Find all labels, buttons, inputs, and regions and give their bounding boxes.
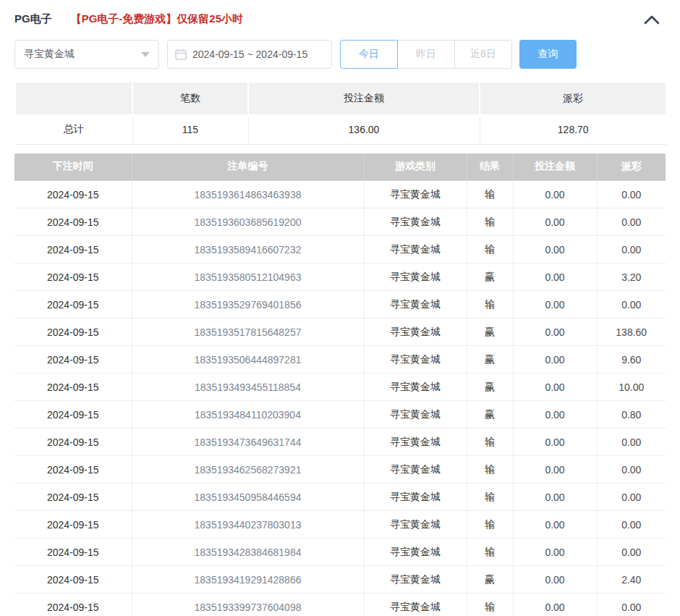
record-payout-cell: 2.40 [597, 566, 666, 594]
record-order-no-cell: 1835193614863463938 [132, 181, 364, 208]
record-payout-cell: 0.00 [597, 236, 666, 263]
record-bet-cell: 0.00 [513, 291, 597, 318]
record-bet-cell: 0.00 [513, 346, 597, 374]
panel-title: PG电子 [14, 12, 52, 26]
record-order-no-cell: 1835193589416607232 [132, 236, 364, 263]
summary-header-cell: 笔数 [132, 82, 248, 115]
record-bet-cell: 0.00 [513, 566, 597, 594]
record-date-cell: 2024-09-15 [14, 208, 132, 236]
table-row: 2024-09-151835193506444897281寻宝黄金城赢0.009… [14, 346, 666, 374]
table-row: 2024-09-151835193493455118854寻宝黄金城赢0.001… [14, 374, 666, 401]
table-row: 2024-09-151835193440237803013寻宝黄金城输0.000… [14, 511, 666, 539]
record-payout-cell: 10.00 [597, 374, 666, 401]
record-payout-cell: 0.00 [597, 291, 666, 318]
record-payout-cell: 0.00 [597, 429, 666, 456]
record-bet-cell: 0.00 [513, 401, 597, 429]
record-order-no-cell: 1835193462568273921 [132, 456, 364, 484]
record-result-cell: 输 [467, 594, 513, 616]
pg-records-panel: PG电子 【PG电子-免费游戏】仅保留25小时 寻宝黄金城 2024-09-15… [0, 0, 680, 616]
record-game-cell: 寻宝黄金城 [364, 346, 467, 374]
record-result-cell: 赢 [467, 401, 513, 429]
table-row: 2024-09-151835193473649631744寻宝黄金城输0.000… [14, 429, 666, 456]
record-date-cell: 2024-09-15 [14, 566, 132, 594]
records-header-row: 下注时间注单编号游戏类别结果投注金额派彩 [14, 153, 666, 181]
record-payout-cell: 0.00 [597, 456, 666, 484]
record-result-cell: 输 [467, 539, 513, 566]
record-result-cell: 输 [467, 236, 513, 263]
quick-range-button[interactable]: 近8日 [454, 40, 512, 69]
table-row: 2024-09-151835193462568273921寻宝黄金城输0.000… [14, 456, 666, 484]
record-payout-cell: 9.60 [597, 346, 666, 374]
summary-total-cell: 136.00 [248, 115, 480, 144]
record-game-cell: 寻宝黄金城 [364, 208, 467, 236]
record-order-no-cell: 1835193580512104963 [132, 263, 364, 291]
record-order-no-cell: 1835193506444897281 [132, 346, 364, 374]
record-payout-cell: 0.80 [597, 401, 666, 429]
record-bet-cell: 0.00 [513, 429, 597, 456]
table-row: 2024-09-151835193589416607232寻宝黄金城输0.000… [14, 236, 666, 263]
record-game-cell: 寻宝黄金城 [364, 511, 467, 539]
quick-range-group: 今日昨日近8日 [340, 40, 512, 69]
record-bet-cell: 0.00 [513, 511, 597, 539]
record-payout-cell: 138.60 [597, 318, 666, 346]
record-date-cell: 2024-09-15 [14, 346, 132, 374]
table-row: 2024-09-151835193450958446594寻宝黄金城输0.000… [14, 484, 666, 511]
record-game-cell: 寻宝黄金城 [364, 566, 467, 594]
record-game-cell: 寻宝黄金城 [364, 263, 467, 291]
record-order-no-cell: 1835193419291428866 [132, 566, 364, 594]
record-result-cell: 赢 [467, 318, 513, 346]
record-date-cell: 2024-09-15 [14, 429, 132, 456]
summary-total-cell: 128.70 [480, 115, 666, 144]
record-order-no-cell: 1835193603685619200 [132, 208, 364, 236]
record-result-cell: 赢 [467, 263, 513, 291]
records-header-cell: 结果 [467, 153, 513, 181]
collapse-button[interactable] [644, 14, 660, 25]
table-row: 2024-09-151835193603685619200寻宝黄金城输0.000… [14, 208, 666, 236]
record-result-cell: 赢 [467, 374, 513, 401]
record-bet-cell: 0.00 [513, 318, 597, 346]
record-bet-cell: 0.00 [513, 456, 597, 484]
record-result-cell: 赢 [467, 566, 513, 594]
records-header-cell: 游戏类别 [364, 153, 467, 181]
table-row: 2024-09-151835193517815648257寻宝黄金城赢0.001… [14, 318, 666, 346]
record-date-cell: 2024-09-15 [14, 484, 132, 511]
record-game-cell: 寻宝黄金城 [364, 318, 467, 346]
record-game-cell: 寻宝黄金城 [364, 291, 467, 318]
summary-total-cell: 115 [132, 115, 248, 144]
date-range-value: 2024-09-15 ~ 2024-09-15 [192, 48, 307, 60]
record-result-cell: 输 [467, 429, 513, 456]
chevron-up-icon [644, 14, 660, 25]
filter-row: 寻宝黄金城 2024-09-15 ~ 2024-09-15 今日昨日近8日 查询 [14, 40, 666, 69]
record-payout-cell: 0.00 [597, 181, 666, 208]
game-select[interactable]: 寻宝黄金城 [14, 40, 159, 69]
search-button[interactable]: 查询 [519, 40, 577, 69]
quick-range-button[interactable]: 昨日 [397, 40, 455, 69]
record-payout-cell: 0.00 [597, 539, 666, 566]
summary-total-cell: 总计 [15, 115, 132, 144]
record-game-cell: 寻宝黄金城 [364, 539, 467, 566]
record-payout-cell: 0.00 [597, 208, 666, 236]
record-date-cell: 2024-09-15 [14, 374, 132, 401]
record-date-cell: 2024-09-15 [14, 236, 132, 263]
record-bet-cell: 0.00 [513, 208, 597, 236]
record-game-cell: 寻宝黄金城 [364, 484, 467, 511]
record-date-cell: 2024-09-15 [14, 456, 132, 484]
record-game-cell: 寻宝黄金城 [364, 594, 467, 616]
summary-table: 笔数投注金额派彩 总计115136.00128.70 [14, 81, 667, 145]
calendar-icon [175, 48, 187, 60]
record-order-no-cell: 1835193440237803013 [132, 511, 364, 539]
date-range-input[interactable]: 2024-09-15 ~ 2024-09-15 [167, 40, 332, 69]
table-row: 2024-09-151835193419291428866寻宝黄金城赢0.002… [14, 566, 666, 594]
record-bet-cell: 0.00 [513, 594, 597, 616]
record-game-cell: 寻宝黄金城 [364, 429, 467, 456]
records-table: 下注时间注单编号游戏类别结果投注金额派彩 2024-09-15183519361… [14, 153, 666, 616]
quick-range-button[interactable]: 今日 [340, 40, 398, 69]
record-date-cell: 2024-09-15 [14, 511, 132, 539]
record-order-no-cell: 1835193529769401856 [132, 291, 364, 318]
records-header-cell: 注单编号 [132, 153, 364, 181]
record-date-cell: 2024-09-15 [14, 539, 132, 566]
record-order-no-cell: 1835193428384681984 [132, 539, 364, 566]
record-order-no-cell: 1835193493455118854 [132, 374, 364, 401]
record-bet-cell: 0.00 [513, 374, 597, 401]
records-header-cell: 下注时间 [14, 153, 132, 181]
